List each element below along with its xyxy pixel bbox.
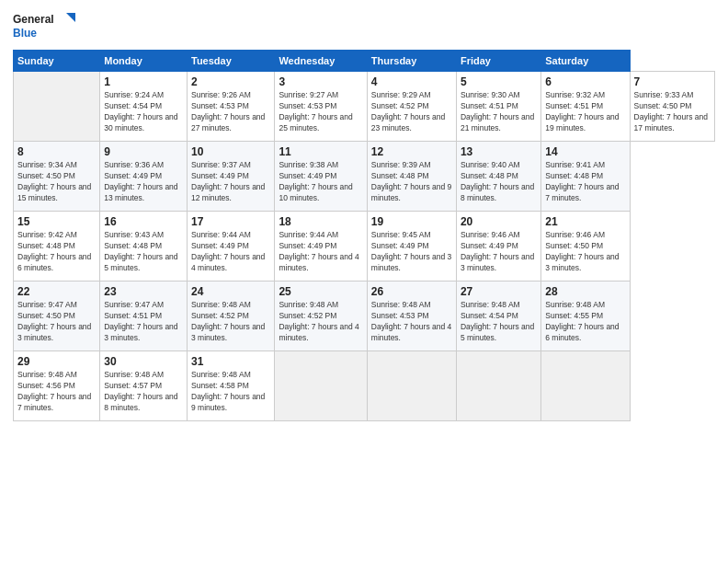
header-friday: Friday xyxy=(456,51,540,72)
day-info: Sunrise: 9:37 AMSunset: 4:49 PMDaylight:… xyxy=(191,160,270,204)
header-sunday: Sunday xyxy=(14,51,100,72)
header-monday: Monday xyxy=(100,51,188,72)
header-wednesday: Wednesday xyxy=(275,51,367,72)
day-info: Sunrise: 9:40 AMSunset: 4:48 PMDaylight:… xyxy=(461,160,537,204)
day-cell-26: 26Sunrise: 9:48 AMSunset: 4:53 PMDayligh… xyxy=(367,282,456,351)
calendar-table: SundayMondayTuesdayWednesdayThursdayFrid… xyxy=(13,50,715,421)
empty-cell xyxy=(367,351,456,421)
day-number: 12 xyxy=(371,145,452,158)
day-cell-29: 29Sunrise: 9:48 AMSunset: 4:56 PMDayligh… xyxy=(14,351,100,421)
day-number: 11 xyxy=(279,145,362,158)
day-cell-28: 28Sunrise: 9:48 AMSunset: 4:55 PMDayligh… xyxy=(541,282,630,351)
day-info: Sunrise: 9:32 AMSunset: 4:51 PMDaylight:… xyxy=(545,90,625,134)
header-thursday: Thursday xyxy=(367,51,456,72)
day-cell-22: 22Sunrise: 9:47 AMSunset: 4:50 PMDayligh… xyxy=(14,282,100,351)
day-number: 8 xyxy=(17,145,96,158)
day-cell-15: 15Sunrise: 9:42 AMSunset: 4:48 PMDayligh… xyxy=(14,212,100,282)
day-cell-4: 4Sunrise: 9:29 AMSunset: 4:52 PMDaylight… xyxy=(367,72,456,142)
day-number: 21 xyxy=(545,215,625,228)
empty-cell xyxy=(275,351,367,421)
day-info: Sunrise: 9:41 AMSunset: 4:48 PMDaylight:… xyxy=(545,160,625,204)
day-cell-17: 17Sunrise: 9:44 AMSunset: 4:49 PMDayligh… xyxy=(188,212,275,282)
calendar-header-row: SundayMondayTuesdayWednesdayThursdayFrid… xyxy=(14,51,715,72)
day-cell-1: 1Sunrise: 9:24 AMSunset: 4:54 PMDaylight… xyxy=(100,72,188,142)
day-info: Sunrise: 9:42 AMSunset: 4:48 PMDaylight:… xyxy=(17,230,96,274)
day-info: Sunrise: 9:46 AMSunset: 4:50 PMDaylight:… xyxy=(545,230,625,274)
day-cell-31: 31Sunrise: 9:48 AMSunset: 4:58 PMDayligh… xyxy=(188,351,275,421)
empty-cell xyxy=(456,351,540,421)
day-cell-14: 14Sunrise: 9:41 AMSunset: 4:48 PMDayligh… xyxy=(541,142,630,212)
day-number: 30 xyxy=(104,355,183,368)
day-info: Sunrise: 9:26 AMSunset: 4:53 PMDaylight:… xyxy=(191,90,270,134)
day-cell-8: 8Sunrise: 9:34 AMSunset: 4:50 PMDaylight… xyxy=(14,142,100,212)
day-number: 2 xyxy=(191,75,270,88)
day-info: Sunrise: 9:48 AMSunset: 4:56 PMDaylight:… xyxy=(17,370,96,414)
day-info: Sunrise: 9:33 AMSunset: 4:50 PMDaylight:… xyxy=(634,90,711,134)
day-info: Sunrise: 9:39 AMSunset: 4:48 PMDaylight:… xyxy=(371,160,452,204)
day-number: 24 xyxy=(191,285,270,298)
header-tuesday: Tuesday xyxy=(188,51,275,72)
day-number: 3 xyxy=(279,75,362,88)
day-info: Sunrise: 9:48 AMSunset: 4:54 PMDaylight:… xyxy=(461,300,537,344)
day-cell-13: 13Sunrise: 9:40 AMSunset: 4:48 PMDayligh… xyxy=(456,142,540,212)
day-cell-21: 21Sunrise: 9:46 AMSunset: 4:50 PMDayligh… xyxy=(541,212,630,282)
day-cell-23: 23Sunrise: 9:47 AMSunset: 4:51 PMDayligh… xyxy=(100,282,188,351)
day-cell-12: 12Sunrise: 9:39 AMSunset: 4:48 PMDayligh… xyxy=(367,142,456,212)
day-cell-18: 18Sunrise: 9:44 AMSunset: 4:49 PMDayligh… xyxy=(275,212,367,282)
calendar-week-row: 22Sunrise: 9:47 AMSunset: 4:50 PMDayligh… xyxy=(14,282,715,351)
day-info: Sunrise: 9:24 AMSunset: 4:54 PMDaylight:… xyxy=(104,90,183,134)
day-info: Sunrise: 9:48 AMSunset: 4:58 PMDaylight:… xyxy=(191,370,270,414)
logo-svg: General Blue xyxy=(13,11,77,40)
day-info: Sunrise: 9:43 AMSunset: 4:48 PMDaylight:… xyxy=(104,230,183,274)
day-info: Sunrise: 9:27 AMSunset: 4:53 PMDaylight:… xyxy=(279,90,362,134)
day-info: Sunrise: 9:30 AMSunset: 4:51 PMDaylight:… xyxy=(461,90,537,134)
day-number: 18 xyxy=(279,215,362,228)
day-cell-5: 5Sunrise: 9:30 AMSunset: 4:51 PMDaylight… xyxy=(456,72,540,142)
day-number: 13 xyxy=(461,145,537,158)
day-info: Sunrise: 9:47 AMSunset: 4:50 PMDaylight:… xyxy=(17,300,96,344)
day-info: Sunrise: 9:48 AMSunset: 4:52 PMDaylight:… xyxy=(279,300,362,344)
day-info: Sunrise: 9:34 AMSunset: 4:50 PMDaylight:… xyxy=(17,160,96,204)
day-number: 22 xyxy=(17,285,96,298)
day-cell-10: 10Sunrise: 9:37 AMSunset: 4:49 PMDayligh… xyxy=(188,142,275,212)
day-cell-25: 25Sunrise: 9:48 AMSunset: 4:52 PMDayligh… xyxy=(275,282,367,351)
day-info: Sunrise: 9:48 AMSunset: 4:53 PMDaylight:… xyxy=(371,300,452,344)
day-number: 27 xyxy=(461,285,537,298)
day-number: 14 xyxy=(545,145,625,158)
header-saturday: Saturday xyxy=(541,51,630,72)
day-cell-30: 30Sunrise: 9:48 AMSunset: 4:57 PMDayligh… xyxy=(100,351,188,421)
calendar-week-row: 29Sunrise: 9:48 AMSunset: 4:56 PMDayligh… xyxy=(14,351,715,421)
page-container: General Blue SundayMondayTuesdayWednesda… xyxy=(0,0,728,563)
svg-marker-2 xyxy=(66,13,75,22)
svg-text:General: General xyxy=(13,13,54,26)
day-number: 6 xyxy=(545,75,625,88)
day-number: 26 xyxy=(371,285,452,298)
day-number: 31 xyxy=(191,355,270,368)
day-cell-19: 19Sunrise: 9:45 AMSunset: 4:49 PMDayligh… xyxy=(367,212,456,282)
day-cell-7: 7Sunrise: 9:33 AMSunset: 4:50 PMDaylight… xyxy=(630,72,714,142)
calendar-week-row: 8Sunrise: 9:34 AMSunset: 4:50 PMDaylight… xyxy=(14,142,715,212)
day-number: 19 xyxy=(371,215,452,228)
day-number: 1 xyxy=(104,75,183,88)
day-number: 9 xyxy=(104,145,183,158)
day-cell-20: 20Sunrise: 9:46 AMSunset: 4:49 PMDayligh… xyxy=(456,212,540,282)
day-number: 17 xyxy=(191,215,270,228)
day-cell-9: 9Sunrise: 9:36 AMSunset: 4:49 PMDaylight… xyxy=(100,142,188,212)
empty-cell xyxy=(541,351,630,421)
day-number: 16 xyxy=(104,215,183,228)
day-number: 23 xyxy=(104,285,183,298)
day-number: 10 xyxy=(191,145,270,158)
day-info: Sunrise: 9:46 AMSunset: 4:49 PMDaylight:… xyxy=(461,230,537,274)
day-number: 29 xyxy=(17,355,96,368)
calendar-week-row: 1Sunrise: 9:24 AMSunset: 4:54 PMDaylight… xyxy=(14,72,715,142)
day-number: 28 xyxy=(545,285,625,298)
day-info: Sunrise: 9:38 AMSunset: 4:49 PMDaylight:… xyxy=(279,160,362,204)
day-info: Sunrise: 9:48 AMSunset: 4:55 PMDaylight:… xyxy=(545,300,625,344)
day-info: Sunrise: 9:36 AMSunset: 4:49 PMDaylight:… xyxy=(104,160,183,204)
day-info: Sunrise: 9:44 AMSunset: 4:49 PMDaylight:… xyxy=(191,230,270,274)
day-cell-24: 24Sunrise: 9:48 AMSunset: 4:52 PMDayligh… xyxy=(188,282,275,351)
day-info: Sunrise: 9:29 AMSunset: 4:52 PMDaylight:… xyxy=(371,90,452,134)
svg-text:Blue: Blue xyxy=(13,27,37,40)
day-number: 5 xyxy=(461,75,537,88)
header: General Blue xyxy=(13,11,715,40)
